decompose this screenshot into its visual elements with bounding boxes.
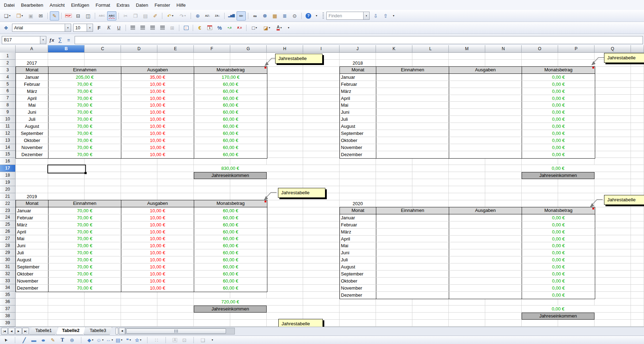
row-header-22[interactable]: 22 bbox=[0, 200, 16, 207]
row-header-23[interactable]: 23 bbox=[0, 207, 16, 214]
row-header-2[interactable]: 2 bbox=[0, 60, 16, 67]
monatsbetrag-cell[interactable]: 60,00 € bbox=[194, 130, 267, 137]
callouts-icon[interactable]: ❝ bbox=[124, 336, 133, 344]
row-header-26[interactable]: 26 bbox=[0, 228, 16, 235]
einnahmen-cell[interactable] bbox=[376, 123, 449, 130]
row-header-17[interactable]: 17 bbox=[0, 165, 16, 172]
einnahmen-cell[interactable] bbox=[376, 221, 449, 228]
monatsbetrag-cell[interactable]: 60,00 € bbox=[194, 249, 267, 256]
ausgaben-cell[interactable]: 10,00 € bbox=[121, 256, 194, 263]
header-einnahmen[interactable]: Einnahmen bbox=[376, 207, 449, 214]
einnahmen-cell[interactable]: 70,00 € bbox=[48, 95, 121, 102]
month-cell[interactable]: November bbox=[16, 144, 48, 151]
callout-icon[interactable]: ⊜ bbox=[68, 336, 76, 344]
monatsbetrag-cell[interactable]: 60,00 € bbox=[194, 95, 267, 102]
monatsbetrag-cell[interactable]: 0,00 € bbox=[522, 81, 595, 88]
month-cell[interactable]: Februar bbox=[340, 221, 376, 228]
einnahmen-cell[interactable]: 70,00 € bbox=[48, 214, 121, 221]
sort-descending-icon[interactable]: ZA↓ bbox=[213, 11, 222, 20]
row-header-4[interactable]: 4 bbox=[0, 74, 16, 81]
menu-einfuegen[interactable]: Einfügen bbox=[68, 1, 92, 9]
ausgaben-cell[interactable] bbox=[449, 271, 522, 277]
einnahmen-cell[interactable] bbox=[376, 81, 449, 88]
month-cell[interactable]: November bbox=[16, 278, 48, 284]
header-monat[interactable]: Monat bbox=[340, 67, 376, 73]
einnahmen-cell[interactable]: 70,00 € bbox=[48, 242, 121, 249]
annual-total-value-2018[interactable]: 0,00 € bbox=[522, 165, 594, 172]
month-cell[interactable]: April bbox=[16, 95, 48, 102]
toolbar-separator[interactable] bbox=[124, 24, 127, 32]
rectangle-icon[interactable]: ▬ bbox=[29, 336, 38, 344]
header-einnahmen[interactable]: Einnahmen bbox=[48, 67, 121, 73]
row-header-10[interactable]: 10 bbox=[0, 116, 16, 123]
comment-note[interactable]: Jahrestabelle bbox=[278, 319, 323, 327]
add-decimal-icon[interactable]: +,0 bbox=[225, 23, 234, 32]
toolbar-separator[interactable] bbox=[60, 12, 63, 20]
monatsbetrag-cell[interactable]: 60,00 € bbox=[194, 116, 267, 123]
einnahmen-cell[interactable] bbox=[376, 88, 449, 95]
function-wizard-icon[interactable]: ƒx bbox=[47, 36, 56, 44]
freeform-line-icon[interactable]: ✎ bbox=[48, 336, 57, 344]
einnahmen-cell[interactable] bbox=[376, 95, 449, 102]
einnahmen-cell[interactable] bbox=[376, 109, 449, 115]
row-header-13[interactable]: 13 bbox=[0, 137, 16, 144]
monatsbetrag-cell[interactable]: 0,00 € bbox=[522, 102, 595, 108]
tab-splitter[interactable] bbox=[116, 328, 118, 334]
column-header[interactable]: F bbox=[194, 45, 230, 53]
einnahmen-cell[interactable] bbox=[376, 292, 449, 299]
chevron-down-icon[interactable]: ▾ bbox=[40, 36, 46, 44]
einnahmen-cell[interactable] bbox=[376, 278, 449, 284]
row-header-32[interactable]: 32 bbox=[0, 271, 16, 278]
ausgaben-cell[interactable]: 10,00 € bbox=[121, 137, 194, 144]
toolbar-separator[interactable] bbox=[162, 336, 170, 344]
menu-daten[interactable]: Daten bbox=[133, 1, 151, 9]
column-header[interactable]: D bbox=[121, 45, 157, 53]
ausgaben-cell[interactable] bbox=[449, 144, 522, 151]
monatsbetrag-cell[interactable]: 60,00 € bbox=[194, 285, 267, 292]
header-monatsbetrag[interactable]: Monatsbetrag bbox=[194, 67, 267, 73]
header-monat[interactable]: Monat bbox=[16, 67, 48, 73]
monatsbetrag-cell[interactable]: 60,00 € bbox=[194, 271, 267, 277]
ausgaben-cell[interactable]: 10,00 € bbox=[121, 229, 194, 235]
save-icon[interactable]: ▣ bbox=[26, 11, 35, 20]
annual-total-value-2019[interactable]: 720,00 € bbox=[194, 298, 267, 306]
toolbar-separator[interactable] bbox=[246, 12, 250, 20]
menu-extras[interactable]: Extras bbox=[113, 1, 133, 9]
ausgaben-cell[interactable]: 10,00 € bbox=[121, 278, 194, 284]
background-color-icon[interactable]: ◪ bbox=[261, 23, 273, 32]
find-replace-icon[interactable]: ∞ bbox=[250, 11, 260, 20]
monatsbetrag-cell[interactable]: 0,00 € bbox=[522, 249, 595, 256]
row-header-25[interactable]: 25 bbox=[0, 221, 16, 228]
gallery-icon[interactable]: ▦ bbox=[270, 11, 279, 20]
stars-icon[interactable]: ☆ bbox=[134, 336, 143, 344]
einnahmen-cell[interactable]: 70,00 € bbox=[48, 130, 121, 137]
monatsbetrag-cell[interactable]: 60,00 € bbox=[194, 109, 267, 115]
einnahmen-cell[interactable] bbox=[376, 130, 449, 137]
edit-file-icon[interactable]: ✎ bbox=[50, 11, 59, 20]
einnahmen-cell[interactable] bbox=[376, 74, 449, 81]
toolbar-separator[interactable] bbox=[190, 336, 198, 344]
row-header-39[interactable]: 39 bbox=[0, 320, 16, 327]
ausgaben-cell[interactable] bbox=[449, 74, 522, 81]
monatsbetrag-cell[interactable]: 0,00 € bbox=[522, 116, 595, 123]
comment-note[interactable]: Jahrestabelle bbox=[604, 53, 644, 63]
tab-tabelle3[interactable]: Tabelle3 bbox=[84, 327, 112, 335]
ausgaben-cell[interactable]: 10,00 € bbox=[121, 95, 194, 102]
monatsbetrag-cell[interactable]: 60,00 € bbox=[194, 207, 267, 214]
header-einnahmen[interactable]: Einnahmen bbox=[376, 67, 449, 73]
ausgaben-cell[interactable]: 10,00 € bbox=[121, 214, 194, 221]
month-cell[interactable]: August bbox=[16, 256, 48, 263]
column-header[interactable]: J bbox=[340, 45, 376, 53]
year-cell-2019[interactable]: 2019 bbox=[16, 193, 48, 200]
row-header-38[interactable]: 38 bbox=[0, 313, 16, 320]
einnahmen-cell[interactable] bbox=[376, 285, 449, 291]
comment-note[interactable]: Jahrestabelle bbox=[278, 188, 325, 198]
styles-icon[interactable]: ❖ bbox=[1, 23, 11, 32]
month-cell[interactable]: Januar bbox=[340, 214, 376, 221]
delete-decimal-icon[interactable]: ✘,0 bbox=[235, 23, 244, 32]
month-cell[interactable]: Dezember bbox=[340, 292, 376, 299]
chevron-down-icon[interactable]: ▾ bbox=[65, 24, 71, 31]
annual-total-label-2019[interactable]: Jahreseinkommen bbox=[194, 306, 267, 313]
month-cell[interactable]: September bbox=[16, 130, 48, 137]
monatsbetrag-cell[interactable]: 0,00 € bbox=[522, 229, 595, 235]
